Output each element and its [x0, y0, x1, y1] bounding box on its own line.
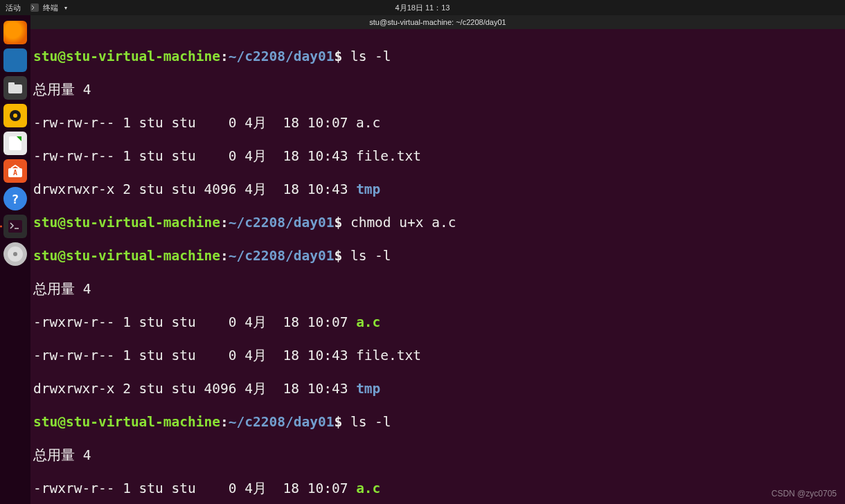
terminal-line: 总用量 4	[33, 281, 842, 298]
terminal-icon[interactable]	[3, 215, 27, 238]
terminal-line: stu@stu-virtual-machine:~/c2208/day01$ l…	[33, 248, 842, 264]
prompt-user-host: stu@stu-virtual-machine	[33, 414, 220, 430]
terminal-line: -rwxrw-r-- 1 stu stu 0 4月 18 10:07 a.c	[33, 314, 842, 331]
terminal-line: stu@stu-virtual-machine:~/c2208/day01$ c…	[33, 215, 842, 231]
prompt-path: ~/c2208/day01	[229, 48, 335, 64]
prompt-path: ~/c2208/day01	[229, 215, 335, 231]
watermark: CSDN @zyc0705	[772, 489, 837, 498]
ubuntu-dock: A ?	[0, 15, 30, 504]
disk-icon[interactable]	[3, 242, 27, 266]
cmd-text: ls -l	[342, 414, 391, 430]
topbar-left: 活动 终端 ▾	[6, 3, 67, 13]
firefox-icon[interactable]	[3, 21, 27, 44]
ls-row-prefix: -rwxrw-r-- 1 stu stu 0 4月 18 10:07	[33, 314, 356, 330]
terminal-line: drwxrwxr-x 2 stu stu 4096 4月 18 10:43 tm…	[33, 381, 842, 397]
activities-button[interactable]: 活动	[6, 3, 21, 13]
terminal-line: stu@stu-virtual-machine:~/c2208/day01$ l…	[33, 48, 842, 65]
window-titlebar[interactable]: stu@stu-virtual-machine: ~/c2208/day01	[30, 15, 845, 29]
prompt-dollar: $	[334, 248, 342, 264]
dir-name: tmp	[356, 381, 380, 397]
prompt-dollar: $	[334, 414, 342, 430]
prompt-colon: :	[220, 248, 229, 264]
terminal-line: 总用量 4	[33, 82, 842, 98]
cmd-text: ls -l	[342, 248, 391, 264]
software-center-icon[interactable]: A	[3, 159, 27, 183]
dir-name: tmp	[356, 181, 380, 197]
ls-row-prefix: drwxrwxr-x 2 stu stu 4096 4月 18 10:43	[33, 381, 356, 397]
chevron-down-icon: ▾	[64, 5, 67, 11]
exec-name: a.c	[356, 314, 380, 330]
exec-name: a.c	[356, 480, 380, 496]
terminal-line: -rw-rw-r-- 1 stu stu 0 4月 18 10:43 file.…	[33, 148, 842, 165]
window-title: stu@stu-virtual-machine: ~/c2208/day01	[369, 18, 506, 26]
prompt-colon: :	[220, 215, 229, 231]
prompt-dollar: $	[334, 215, 342, 231]
help-icon[interactable]: ?	[3, 187, 27, 210]
terminal-menu-icon	[30, 3, 39, 12]
prompt-colon: :	[220, 414, 229, 430]
svg-rect-0	[30, 3, 39, 12]
gnome-topbar: 活动 终端 ▾ 4月18日 11：13	[0, 0, 845, 15]
cmd-text: ls -l	[342, 48, 391, 64]
terminal-line: -rwxrw-r-- 1 stu stu 0 4月 18 10:07 a.c	[33, 480, 842, 497]
terminal-line: -rw-rw-r-- 1 stu stu 0 4月 18 10:07 a.c	[33, 115, 842, 132]
svg-rect-2	[8, 82, 15, 86]
terminal-body[interactable]: stu@stu-virtual-machine:~/c2208/day01$ l…	[30, 29, 845, 504]
prompt-path: ~/c2208/day01	[229, 414, 335, 430]
ls-row-prefix: drwxrwxr-x 2 stu stu 4096 4月 18 10:43	[33, 181, 356, 197]
prompt-user-host: stu@stu-virtual-machine	[33, 48, 220, 64]
svg-rect-8	[8, 220, 22, 233]
rhythmbox-icon[interactable]	[3, 104, 27, 127]
cmd-text: chmod u+x a.c	[342, 215, 456, 231]
ls-row-prefix: -rwxrw-r-- 1 stu stu 0 4月 18 10:07	[33, 480, 356, 496]
svg-point-11	[13, 252, 17, 256]
prompt-dollar: $	[334, 48, 342, 64]
svg-point-4	[13, 114, 17, 118]
prompt-user-host: stu@stu-virtual-machine	[33, 215, 220, 231]
prompt-user-host: stu@stu-virtual-machine	[33, 248, 220, 264]
terminal-line: -rw-rw-r-- 1 stu stu 0 4月 18 10:43 file.…	[33, 348, 842, 364]
terminal-line: 总用量 4	[33, 447, 842, 464]
svg-text:A: A	[13, 169, 17, 177]
prompt-path: ~/c2208/day01	[229, 248, 335, 264]
prompt-colon: :	[220, 48, 229, 64]
files-icon[interactable]	[3, 76, 27, 100]
topbar-clock[interactable]: 4月18日 11：13	[395, 3, 450, 13]
thunderbird-icon[interactable]	[3, 48, 27, 72]
active-app-label: 终端	[43, 3, 58, 13]
terminal-line: drwxrwxr-x 2 stu stu 4096 4月 18 10:43 tm…	[33, 181, 842, 198]
active-app-menu[interactable]: 终端 ▾	[30, 3, 67, 13]
libreoffice-icon[interactable]	[3, 132, 27, 155]
terminal-line: stu@stu-virtual-machine:~/c2208/day01$ l…	[33, 414, 842, 431]
